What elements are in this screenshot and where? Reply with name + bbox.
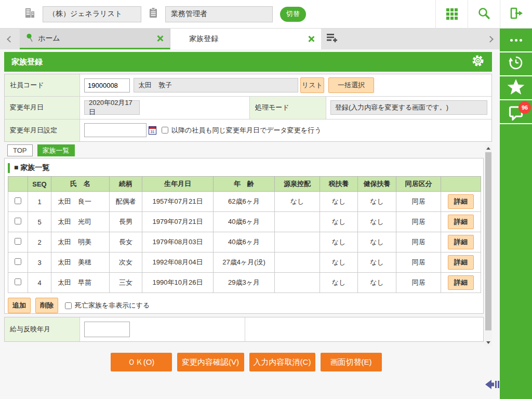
tab-home[interactable]: ホーム [20, 29, 170, 49]
table-row: 2 太田 明美 長女 1979年08月03日 40歳6ヶ月 なし なし 同居 詳… [8, 232, 481, 252]
logout-button[interactable] [500, 0, 532, 29]
cell-name: 太田 良一 [51, 192, 110, 212]
cell-age: 27歳4ヶ月(没) [214, 252, 275, 273]
cell-withholding [275, 232, 320, 252]
history-icon [508, 55, 524, 73]
add-button[interactable]: 追加 [8, 298, 31, 313]
form-row-change-date-setting: 変更年月日設定 31 以降の社員も同じ変更年月日でデータ変更を行う [5, 119, 491, 141]
scroll-up-button[interactable] [485, 144, 492, 152]
switch-button[interactable]: 切替 [280, 7, 306, 22]
favorites-button[interactable] [500, 76, 532, 100]
collapse-panel-button[interactable] [485, 378, 500, 393]
col-detail [441, 177, 481, 192]
role-input[interactable] [165, 6, 273, 22]
detail-button[interactable]: 詳細 [448, 194, 474, 209]
cell-living: 同居 [396, 273, 441, 293]
form-row-change-date: 変更年月日 2020年02月17日 処理モード 登録(入力内容を変更する画面です… [5, 97, 491, 119]
company-input[interactable] [43, 6, 141, 22]
search-button[interactable] [468, 0, 500, 29]
scroll-down-icon [486, 341, 490, 344]
scroll-down-button[interactable] [485, 339, 492, 346]
notifications-button[interactable]: 96 [500, 100, 532, 124]
col-seq: SEQ [28, 177, 51, 192]
cell-withholding [275, 212, 320, 232]
employee-form: 社員コード 太田 敦子 リスト 一括選択 変更年月日 2020年02月17日 処… [4, 74, 492, 142]
change-date-setting-label: 変更年月日設定 [5, 119, 80, 141]
cell-withholding [275, 252, 320, 273]
detail-button[interactable]: 詳細 [448, 235, 474, 249]
detail-button[interactable]: 詳細 [448, 255, 474, 270]
table-header-row: SEQ 氏 名 続柄 生年月日 年 齢 源泉控配 税扶養 健保扶養 同居区分 [8, 177, 481, 192]
col-select [8, 177, 28, 192]
hide-deceased-label: 死亡家族を非表示にする [75, 301, 150, 310]
building-icon [24, 7, 35, 21]
cell-withholding [275, 273, 320, 293]
cell-health-dependent: なし [358, 192, 396, 212]
row-select-checkbox[interactable] [15, 278, 21, 285]
new-tab-icon [326, 32, 338, 46]
tab-scroll-left-button[interactable] [0, 29, 20, 49]
employee-code-label: 社員コード [5, 74, 80, 96]
col-living: 同居区分 [396, 177, 441, 192]
cell-age: 40歳6ヶ月 [214, 232, 275, 252]
ok-button[interactable]: ＯＫ(O) [111, 353, 172, 371]
search-icon [477, 6, 491, 22]
cell-health-dependent: なし [358, 212, 396, 232]
change-date-setting-input[interactable] [84, 123, 147, 137]
salary-month-input[interactable] [84, 322, 130, 337]
clipboard-icon [149, 7, 158, 21]
detail-button[interactable]: 詳細 [448, 275, 474, 290]
cell-birthdate: 1979年08月03日 [142, 232, 214, 252]
close-icon[interactable] [156, 35, 164, 42]
cell-birthdate: 1992年08月04日 [142, 252, 214, 273]
more-button[interactable] [500, 29, 532, 52]
tab-scroll-right-button[interactable] [480, 29, 500, 49]
cancel-input-button[interactable]: 入力内容取消(C) [249, 353, 315, 371]
cell-age: 29歳3ヶ月 [214, 273, 275, 293]
pin-icon [26, 33, 34, 44]
apply-same-date-checkbox[interactable] [162, 127, 168, 134]
bulk-select-button[interactable]: 一括選択 [328, 77, 374, 93]
star-icon [507, 78, 525, 97]
apps-grid-button[interactable] [435, 0, 468, 29]
vertical-scrollbar[interactable] [485, 144, 492, 346]
col-name: 氏 名 [51, 177, 110, 192]
cell-seq: 5 [28, 212, 51, 232]
cell-age: 62歳6ヶ月 [214, 192, 275, 212]
employee-code-input[interactable] [84, 78, 130, 92]
subtab-top[interactable]: TOP [7, 144, 33, 156]
close-icon[interactable] [308, 35, 315, 43]
salary-month-label: 給与反映年月 [5, 317, 80, 341]
new-tab-button[interactable] [321, 29, 343, 49]
calendar-icon[interactable]: 31 [149, 126, 156, 135]
row-select-checkbox[interactable] [15, 197, 21, 204]
section-title-text: ■ 家族一覧 [14, 163, 49, 172]
list-button[interactable]: リスト [300, 77, 324, 93]
cell-seq: 3 [28, 252, 51, 273]
collapse-arrow-icon [485, 384, 500, 393]
cell-tax-dependent: なし [320, 192, 358, 212]
more-icon [510, 39, 522, 42]
history-button[interactable] [500, 52, 532, 76]
right-sidebar: 96 [500, 29, 532, 399]
row-select-checkbox[interactable] [15, 238, 21, 245]
subtab-family-list[interactable]: 家族一覧 [37, 144, 75, 156]
grid-icon [446, 8, 458, 20]
row-select-checkbox[interactable] [15, 218, 21, 224]
cell-name: 太田 美穂 [51, 252, 110, 273]
detail-button[interactable]: 詳細 [448, 215, 474, 229]
row-select-checkbox[interactable] [15, 258, 21, 265]
cell-name: 太田 早苗 [51, 273, 110, 293]
table-row: 5 太田 光司 長男 1979年07月21日 40歳6ヶ月 なし なし 同居 詳… [8, 212, 481, 232]
cell-living: 同居 [396, 232, 441, 252]
gear-icon[interactable] [471, 54, 485, 70]
switch-screen-button[interactable]: 画面切替(E) [321, 353, 382, 371]
hide-deceased-checkbox[interactable] [65, 302, 72, 309]
tab-family-registration[interactable]: 家族登録 [170, 29, 321, 49]
confirm-changes-button[interactable]: 変更内容確認(V) [177, 353, 244, 371]
cell-tax-dependent: なし [320, 232, 358, 252]
table-row: 3 太田 美穂 次女 1992年08月04日 27歳4ヶ月(没) なし なし 同… [8, 252, 481, 273]
scrollbar-thumb[interactable] [485, 152, 491, 330]
logout-icon [509, 6, 523, 22]
delete-button[interactable]: 削除 [35, 298, 58, 313]
